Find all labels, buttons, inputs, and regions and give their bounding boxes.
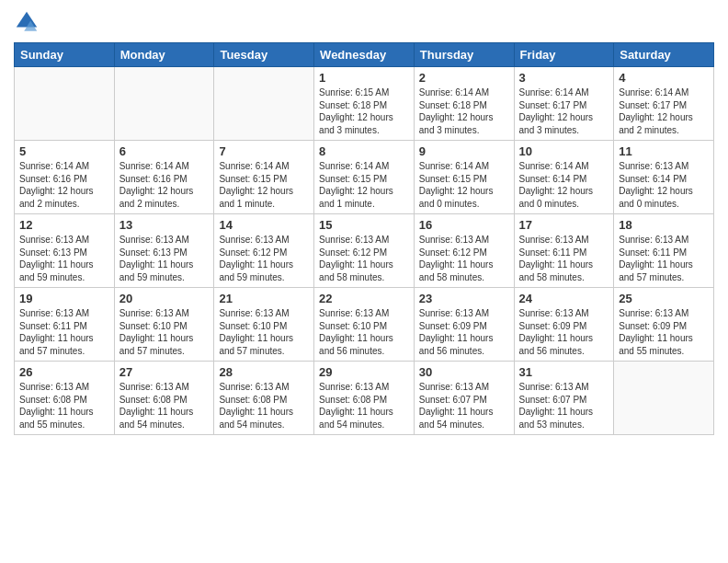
day-number: 10: [519, 144, 609, 158]
calendar-cell: 11Sunrise: 6:13 AM Sunset: 6:14 PM Dayli…: [614, 141, 714, 214]
weekday-header: Sunday: [15, 43, 115, 67]
logo-icon: [14, 9, 40, 35]
calendar-cell: 9Sunrise: 6:14 AM Sunset: 6:15 PM Daylig…: [414, 141, 514, 214]
day-number: 7: [219, 144, 309, 158]
day-number: 23: [419, 292, 509, 305]
cell-info: Sunrise: 6:13 AM Sunset: 6:12 PM Dayligh…: [319, 234, 409, 283]
day-number: 29: [319, 365, 409, 379]
weekday-header: Friday: [514, 43, 614, 67]
cell-info: Sunrise: 6:13 AM Sunset: 6:09 PM Dayligh…: [419, 307, 509, 357]
calendar-cell: [214, 67, 314, 141]
weekday-header: Tuesday: [214, 43, 314, 67]
calendar-cell: 25Sunrise: 6:13 AM Sunset: 6:09 PM Dayli…: [614, 288, 714, 362]
header: [14, 9, 714, 35]
day-number: 14: [219, 218, 309, 232]
day-number: 22: [319, 292, 409, 305]
calendar-cell: 31Sunrise: 6:13 AM Sunset: 6:07 PM Dayli…: [514, 362, 614, 435]
page: SundayMondayTuesdayWednesdayThursdayFrid…: [0, 0, 728, 563]
cell-info: Sunrise: 6:13 AM Sunset: 6:07 PM Dayligh…: [519, 381, 609, 431]
cell-info: Sunrise: 6:14 AM Sunset: 6:16 PM Dayligh…: [119, 160, 210, 210]
calendar-cell: 23Sunrise: 6:13 AM Sunset: 6:09 PM Dayli…: [414, 288, 514, 362]
calendar-cell: 5Sunrise: 6:14 AM Sunset: 6:16 PM Daylig…: [15, 141, 115, 214]
day-number: 8: [319, 144, 409, 158]
cell-info: Sunrise: 6:13 AM Sunset: 6:10 PM Dayligh…: [219, 307, 309, 357]
cell-info: Sunrise: 6:13 AM Sunset: 6:12 PM Dayligh…: [419, 234, 509, 283]
day-number: 25: [619, 292, 709, 305]
calendar-week-row: 1Sunrise: 6:15 AM Sunset: 6:18 PM Daylig…: [15, 67, 714, 141]
day-number: 4: [619, 71, 709, 85]
day-number: 12: [19, 218, 109, 232]
calendar-cell: 15Sunrise: 6:13 AM Sunset: 6:12 PM Dayli…: [314, 214, 415, 288]
day-number: 3: [519, 71, 609, 85]
day-number: 5: [19, 144, 109, 158]
logo: [14, 9, 43, 35]
calendar-week-row: 5Sunrise: 6:14 AM Sunset: 6:16 PM Daylig…: [15, 141, 714, 214]
calendar-table: SundayMondayTuesdayWednesdayThursdayFrid…: [14, 42, 714, 435]
weekday-header: Monday: [114, 43, 214, 67]
cell-info: Sunrise: 6:13 AM Sunset: 6:09 PM Dayligh…: [619, 307, 709, 357]
calendar-cell: [114, 67, 214, 141]
cell-info: Sunrise: 6:14 AM Sunset: 6:14 PM Dayligh…: [519, 160, 609, 210]
day-number: 9: [419, 144, 509, 158]
weekday-header: Wednesday: [314, 43, 415, 67]
day-number: 31: [519, 365, 609, 379]
cell-info: Sunrise: 6:13 AM Sunset: 6:10 PM Dayligh…: [119, 307, 210, 357]
cell-info: Sunrise: 6:13 AM Sunset: 6:11 PM Dayligh…: [619, 234, 709, 283]
calendar-cell: [614, 362, 714, 435]
cell-info: Sunrise: 6:13 AM Sunset: 6:08 PM Dayligh…: [219, 381, 309, 431]
calendar-cell: 13Sunrise: 6:13 AM Sunset: 6:13 PM Dayli…: [114, 214, 214, 288]
cell-info: Sunrise: 6:13 AM Sunset: 6:07 PM Dayligh…: [419, 381, 509, 431]
day-number: 20: [119, 292, 210, 305]
cell-info: Sunrise: 6:14 AM Sunset: 6:18 PM Dayligh…: [419, 86, 509, 136]
day-number: 19: [19, 292, 109, 305]
calendar-cell: 16Sunrise: 6:13 AM Sunset: 6:12 PM Dayli…: [414, 214, 514, 288]
calendar-cell: 18Sunrise: 6:13 AM Sunset: 6:11 PM Dayli…: [614, 214, 714, 288]
calendar-cell: 19Sunrise: 6:13 AM Sunset: 6:11 PM Dayli…: [15, 288, 115, 362]
svg-marker-0: [17, 12, 37, 28]
cell-info: Sunrise: 6:13 AM Sunset: 6:13 PM Dayligh…: [19, 234, 109, 283]
weekday-header: Saturday: [614, 43, 714, 67]
calendar-week-row: 26Sunrise: 6:13 AM Sunset: 6:08 PM Dayli…: [15, 362, 714, 435]
cell-info: Sunrise: 6:13 AM Sunset: 6:13 PM Dayligh…: [119, 234, 210, 283]
calendar-cell: 7Sunrise: 6:14 AM Sunset: 6:15 PM Daylig…: [214, 141, 314, 214]
day-number: 1: [319, 71, 409, 85]
cell-info: Sunrise: 6:14 AM Sunset: 6:16 PM Dayligh…: [19, 160, 109, 210]
calendar-cell: 2Sunrise: 6:14 AM Sunset: 6:18 PM Daylig…: [414, 67, 514, 141]
calendar-cell: 27Sunrise: 6:13 AM Sunset: 6:08 PM Dayli…: [114, 362, 214, 435]
cell-info: Sunrise: 6:14 AM Sunset: 6:15 PM Dayligh…: [219, 160, 309, 210]
day-number: 11: [619, 144, 709, 158]
calendar-cell: 12Sunrise: 6:13 AM Sunset: 6:13 PM Dayli…: [15, 214, 115, 288]
calendar-cell: 1Sunrise: 6:15 AM Sunset: 6:18 PM Daylig…: [314, 67, 415, 141]
calendar-cell: 22Sunrise: 6:13 AM Sunset: 6:10 PM Dayli…: [314, 288, 415, 362]
cell-info: Sunrise: 6:15 AM Sunset: 6:18 PM Dayligh…: [319, 86, 409, 136]
cell-info: Sunrise: 6:14 AM Sunset: 6:17 PM Dayligh…: [619, 86, 709, 136]
cell-info: Sunrise: 6:13 AM Sunset: 6:08 PM Dayligh…: [319, 381, 409, 431]
weekday-header: Thursday: [414, 43, 514, 67]
cell-info: Sunrise: 6:14 AM Sunset: 6:15 PM Dayligh…: [419, 160, 509, 210]
calendar-cell: 10Sunrise: 6:14 AM Sunset: 6:14 PM Dayli…: [514, 141, 614, 214]
cell-info: Sunrise: 6:13 AM Sunset: 6:14 PM Dayligh…: [619, 160, 709, 210]
calendar-cell: 17Sunrise: 6:13 AM Sunset: 6:11 PM Dayli…: [514, 214, 614, 288]
cell-info: Sunrise: 6:13 AM Sunset: 6:11 PM Dayligh…: [19, 307, 109, 357]
day-number: 30: [419, 365, 509, 379]
day-number: 16: [419, 218, 509, 232]
calendar-cell: 29Sunrise: 6:13 AM Sunset: 6:08 PM Dayli…: [314, 362, 415, 435]
cell-info: Sunrise: 6:13 AM Sunset: 6:10 PM Dayligh…: [319, 307, 409, 357]
day-number: 24: [519, 292, 609, 305]
calendar-cell: 30Sunrise: 6:13 AM Sunset: 6:07 PM Dayli…: [414, 362, 514, 435]
calendar-cell: 21Sunrise: 6:13 AM Sunset: 6:10 PM Dayli…: [214, 288, 314, 362]
cell-info: Sunrise: 6:14 AM Sunset: 6:17 PM Dayligh…: [519, 86, 609, 136]
day-number: 6: [119, 144, 210, 158]
cell-info: Sunrise: 6:13 AM Sunset: 6:08 PM Dayligh…: [119, 381, 210, 431]
cell-info: Sunrise: 6:13 AM Sunset: 6:12 PM Dayligh…: [219, 234, 309, 283]
calendar-cell: 26Sunrise: 6:13 AM Sunset: 6:08 PM Dayli…: [15, 362, 115, 435]
day-number: 2: [419, 71, 509, 85]
calendar-cell: 24Sunrise: 6:13 AM Sunset: 6:09 PM Dayli…: [514, 288, 614, 362]
cell-info: Sunrise: 6:14 AM Sunset: 6:15 PM Dayligh…: [319, 160, 409, 210]
calendar-cell: [15, 67, 115, 141]
day-number: 28: [219, 365, 309, 379]
day-number: 15: [319, 218, 409, 232]
day-number: 21: [219, 292, 309, 305]
calendar-cell: 6Sunrise: 6:14 AM Sunset: 6:16 PM Daylig…: [114, 141, 214, 214]
calendar-cell: 3Sunrise: 6:14 AM Sunset: 6:17 PM Daylig…: [514, 67, 614, 141]
